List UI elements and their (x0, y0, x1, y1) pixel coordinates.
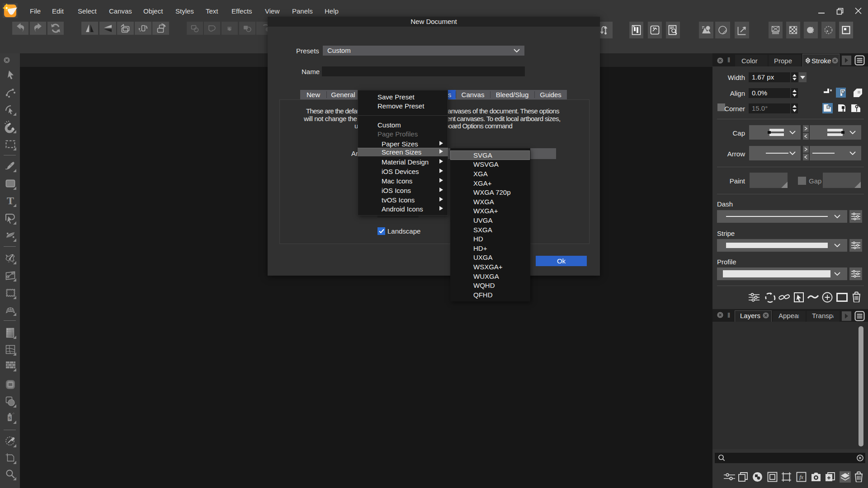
svg-text:fx: fx (799, 474, 803, 480)
svg-text:T: T (7, 195, 14, 206)
svg-text:S: S (8, 416, 11, 420)
